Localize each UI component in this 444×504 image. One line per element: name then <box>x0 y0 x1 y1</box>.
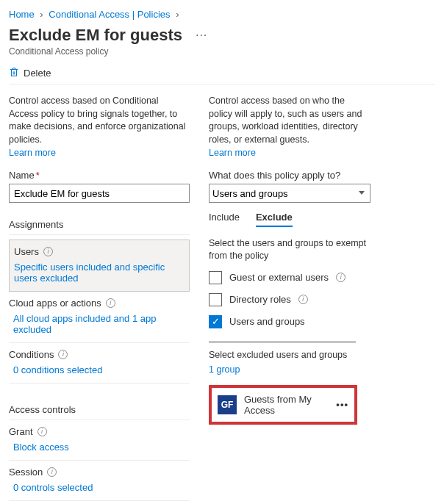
breadcrumb-home[interactable]: Home <box>9 9 35 20</box>
conditions-label: Conditions <box>9 349 54 360</box>
checkbox-guest-external[interactable] <box>209 271 222 284</box>
opt-guest-label: Guest or external users <box>229 272 329 283</box>
breadcrumb-section[interactable]: Conditional Access | Policies <box>49 9 170 20</box>
assignments-heading: Assignments <box>9 219 190 235</box>
checkbox-directory-roles[interactable] <box>209 293 222 306</box>
info-icon[interactable]: i <box>43 247 53 256</box>
select-excluded-label: Select excluded users and groups <box>209 350 370 360</box>
users-summary: Specific users included and specific use… <box>14 262 185 284</box>
chevron-right-icon: › <box>40 9 43 20</box>
page-title: Exclude EM for guests <box>9 26 182 45</box>
grant-label: Grant <box>9 426 33 437</box>
apply-to-label: What does this policy apply to? <box>209 170 370 181</box>
users-label: Users <box>14 246 39 257</box>
opt-ug-label: Users and groups <box>229 316 305 327</box>
highlight-annotation: GF Guests from My Access ••• <box>209 385 357 425</box>
more-actions-button[interactable]: ··· <box>196 29 207 42</box>
right-description: Control access based on who the policy w… <box>209 95 370 146</box>
divider <box>209 342 356 342</box>
name-label: Name* <box>9 170 190 181</box>
cloud-apps-row[interactable]: Cloud apps or actions i All cloud apps i… <box>9 292 190 343</box>
info-icon[interactable]: i <box>298 295 308 304</box>
conditions-summary: 0 conditions selected <box>9 364 190 375</box>
left-description: Control access based on Conditional Acce… <box>9 95 190 146</box>
tab-include[interactable]: Include <box>209 212 240 227</box>
grant-row[interactable]: Grant i Block access <box>9 420 190 461</box>
session-summary: 0 controls selected <box>9 482 190 493</box>
page-subtitle: Conditional Access policy <box>9 46 435 57</box>
checkbox-users-groups[interactable] <box>209 315 222 328</box>
excluded-group-count[interactable]: 1 group <box>209 364 240 375</box>
toolbar: Delete <box>9 67 435 84</box>
cloud-apps-label: Cloud apps or actions <box>9 298 101 309</box>
group-avatar: GF <box>218 395 237 414</box>
info-icon[interactable]: i <box>58 350 68 359</box>
cloud-apps-summary: All cloud apps included and 1 app exclud… <box>9 313 190 335</box>
breadcrumb: Home › Conditional Access | Policies › <box>9 6 435 26</box>
group-more-button[interactable]: ••• <box>336 399 348 410</box>
apply-to-select[interactable]: Users and groups <box>209 184 370 203</box>
delete-button[interactable]: Delete <box>24 68 51 79</box>
excluded-group-item[interactable]: GF Guests from My Access ••• <box>218 394 348 416</box>
conditions-row[interactable]: Conditions i 0 conditions selected <box>9 343 190 384</box>
info-icon[interactable]: i <box>37 427 47 436</box>
grant-summary: Block access <box>9 442 190 453</box>
include-exclude-tabs: Include Exclude <box>209 212 370 227</box>
learn-more-left[interactable]: Learn more <box>9 148 56 158</box>
trash-icon <box>9 67 19 79</box>
info-icon[interactable]: i <box>336 273 345 282</box>
group-name: Guests from My Access <box>244 394 329 416</box>
users-row[interactable]: Users i Specific users included and spec… <box>9 240 190 292</box>
learn-more-right[interactable]: Learn more <box>209 148 256 158</box>
chevron-right-icon: › <box>176 9 179 20</box>
name-input[interactable] <box>9 184 190 203</box>
opt-dir-label: Directory roles <box>229 294 291 305</box>
exempt-label: Select the users and groups to exempt fr… <box>209 237 370 262</box>
tab-exclude[interactable]: Exclude <box>256 212 293 227</box>
session-row[interactable]: Session i 0 controls selected <box>9 461 190 501</box>
access-controls-heading: Access controls <box>9 404 190 420</box>
info-icon[interactable]: i <box>106 298 115 308</box>
info-icon[interactable]: i <box>47 467 57 477</box>
session-label: Session <box>9 467 43 478</box>
